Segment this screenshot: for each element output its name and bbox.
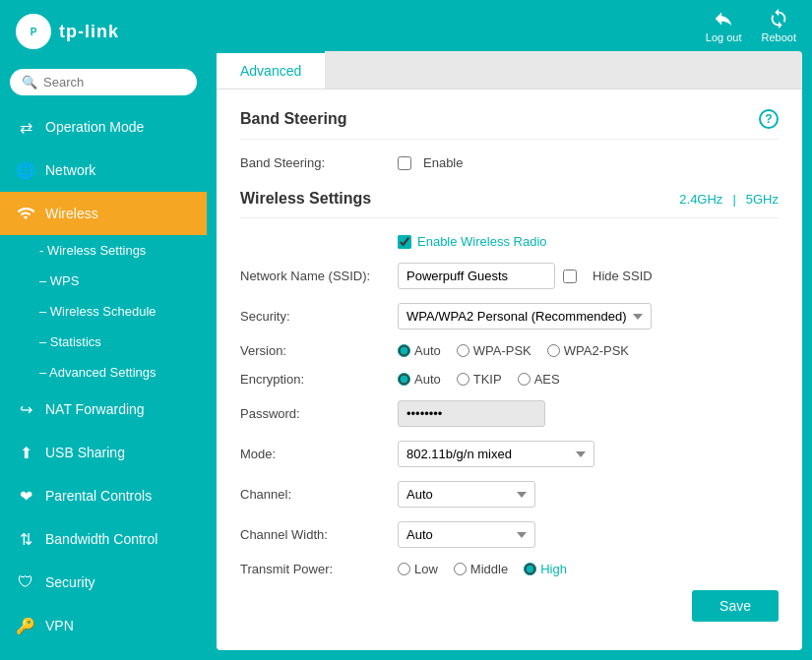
globe-icon: 🌐	[16, 160, 35, 180]
hide-ssid-checkbox[interactable]	[563, 270, 577, 283]
sidebar-item-parental-controls[interactable]: ❤ Parental Controls	[0, 474, 207, 517]
password-control	[398, 400, 779, 427]
version-label: Version:	[240, 343, 398, 358]
search-icon: 🔍	[22, 75, 37, 90]
search-box[interactable]: 🔍	[10, 69, 197, 95]
sidebar-item-label: USB Sharing	[45, 445, 125, 460]
wireless-sub-nav: - Wireless Settings – WPS – Wireless Sch…	[0, 235, 207, 388]
encryption-tkip-label[interactable]: TKIP	[457, 372, 502, 387]
wireless-settings-section: Wireless Settings 2.4GHz | 5GHz Enable W…	[240, 190, 779, 622]
version-control: Auto WPA-PSK WPA2-PSK	[398, 343, 779, 358]
sidebar-item-nat-forwarding[interactable]: ↪ NAT Forwarding	[0, 388, 207, 431]
nat-icon: ↪	[16, 399, 35, 419]
hide-ssid-label[interactable]: Hide SSID	[593, 269, 653, 283]
content-panel: Advanced Band Steering ? Band Steering: …	[217, 51, 802, 650]
transmit-power-middle-label[interactable]: Middle	[454, 562, 508, 576]
security-row: Security: WPA/WPA2 Personal (Recommended…	[240, 303, 779, 330]
version-row: Version: Auto WPA-PSK	[240, 343, 779, 358]
sidebar-item-network[interactable]: 🌐 Network	[0, 149, 207, 192]
mode-label: Mode:	[240, 447, 398, 461]
version-auto-label[interactable]: Auto	[398, 343, 441, 358]
version-wpa2-psk-label[interactable]: WPA2-PSK	[547, 343, 629, 358]
channel-row: Channel: Auto 1 2 3 4 5 6	[240, 481, 779, 508]
bandwidth-icon: ⇅	[16, 529, 35, 549]
ssid-control: Hide SSID	[398, 263, 779, 289]
sidebar-item-bandwidth-control[interactable]: ⇅ Bandwidth Control	[0, 517, 207, 561]
band-steering-help-icon[interactable]: ?	[759, 109, 779, 129]
sidebar-item-wireless-schedule[interactable]: – Wireless Schedule	[0, 296, 207, 327]
channel-select[interactable]: Auto 1 2 3 4 5 6	[398, 481, 535, 508]
sidebar-item-statistics[interactable]: – Statistics	[0, 327, 207, 357]
band-steering-enable-label[interactable]: Enable	[423, 155, 463, 170]
save-row: Save	[240, 590, 779, 622]
logout-button[interactable]: Log out	[706, 8, 742, 43]
mode-control: 802.11b/g/n mixed 802.11b/g mixed 802.11…	[398, 441, 779, 467]
svg-text:P: P	[31, 27, 37, 37]
sidebar-item-operation-mode[interactable]: ⇄ Operation Mode	[0, 105, 207, 149]
ssid-input[interactable]	[398, 263, 555, 289]
save-button[interactable]: Save	[692, 590, 779, 622]
encryption-label: Encryption:	[240, 372, 398, 387]
encryption-aes-radio[interactable]	[518, 373, 531, 386]
freq-5ghz-link[interactable]: 5GHz	[746, 192, 779, 207]
password-label: Password:	[240, 406, 398, 421]
channel-width-select[interactable]: Auto 20MHz 40MHz	[398, 521, 535, 548]
enable-radio-row: Enable Wireless Radio	[240, 234, 779, 249]
version-wpa-psk-radio[interactable]	[457, 344, 469, 357]
password-input[interactable]	[398, 400, 545, 427]
version-radio-group: Auto WPA-PSK WPA2-PSK	[398, 343, 629, 358]
ssid-label: Network Name (SSID):	[240, 269, 398, 283]
wireless-settings-header: Wireless Settings 2.4GHz | 5GHz	[240, 190, 779, 218]
sidebar-item-wireless[interactable]: Wireless	[0, 192, 207, 235]
freq-divider: |	[732, 192, 735, 207]
band-steering-header: Band Steering ?	[240, 109, 779, 140]
version-wpa-psk-label[interactable]: WPA-PSK	[457, 343, 531, 358]
transmit-power-radio-group: Low Middle High	[398, 562, 567, 576]
encryption-control: Auto TKIP AES	[398, 372, 779, 387]
transmit-power-low-label[interactable]: Low	[398, 562, 438, 576]
band-steering-control: Enable	[398, 155, 779, 170]
sidebar-item-system-tools[interactable]: ⚙ System Tools	[0, 647, 207, 660]
transmit-power-label: Transmit Power:	[240, 562, 398, 576]
sidebar-item-security[interactable]: 🛡 Security	[0, 561, 207, 604]
sidebar-item-wireless-settings[interactable]: - Wireless Settings	[0, 235, 207, 266]
transmit-power-row: Transmit Power: Low Middle	[240, 562, 779, 576]
enable-wireless-radio-checkbox[interactable]	[398, 235, 411, 249]
sidebar-item-usb-sharing[interactable]: ⬆ USB Sharing	[0, 431, 207, 474]
encryption-auto-label[interactable]: Auto	[398, 372, 441, 387]
reboot-button[interactable]: Reboot	[762, 8, 796, 43]
main-area: Log out Reboot Advanced Band Steering ?	[207, 0, 812, 660]
encryption-tkip-radio[interactable]	[457, 373, 469, 386]
search-input[interactable]	[43, 75, 185, 90]
freq-24ghz-link[interactable]: 2.4GHz	[679, 192, 722, 207]
enable-wireless-radio-label[interactable]: Enable Wireless Radio	[417, 234, 547, 249]
security-select[interactable]: WPA/WPA2 Personal (Recommended) WPA/WPA2…	[398, 303, 652, 330]
logo-text: tp-link	[59, 22, 119, 42]
wireless-settings-freq-links: 2.4GHz | 5GHz	[679, 192, 779, 207]
sidebar-item-label: NAT Forwarding	[45, 401, 145, 417]
security-label: Security:	[240, 309, 398, 324]
sidebar-item-label: Parental Controls	[45, 488, 152, 504]
transmit-power-control: Low Middle High	[398, 562, 779, 576]
version-auto-radio[interactable]	[398, 344, 410, 357]
version-wpa2-psk-radio[interactable]	[547, 344, 560, 357]
channel-width-label: Channel Width:	[240, 527, 398, 542]
password-row: Password:	[240, 400, 779, 427]
sidebar-item-vpn[interactable]: 🔑 VPN	[0, 604, 207, 647]
security-icon: 🛡	[16, 572, 35, 592]
tab-advanced[interactable]: Advanced	[217, 51, 325, 89]
encryption-aes-label[interactable]: AES	[518, 372, 560, 387]
vpn-icon: 🔑	[16, 616, 35, 635]
transmit-power-high-label[interactable]: High	[524, 562, 567, 576]
transmit-power-high-radio[interactable]	[524, 563, 536, 575]
mode-select[interactable]: 802.11b/g/n mixed 802.11b/g mixed 802.11…	[398, 441, 594, 467]
band-steering-checkbox[interactable]	[398, 156, 411, 170]
sidebar-item-label: Network	[45, 162, 95, 178]
sidebar-item-advanced-settings[interactable]: – Advanced Settings	[0, 357, 207, 388]
transmit-power-middle-radio[interactable]	[454, 563, 467, 575]
sidebar-item-wps[interactable]: – WPS	[0, 266, 207, 296]
transmit-power-low-radio[interactable]	[398, 563, 410, 575]
logout-icon	[713, 8, 734, 30]
encryption-auto-radio[interactable]	[398, 373, 410, 386]
usb-icon: ⬆	[16, 443, 35, 462]
